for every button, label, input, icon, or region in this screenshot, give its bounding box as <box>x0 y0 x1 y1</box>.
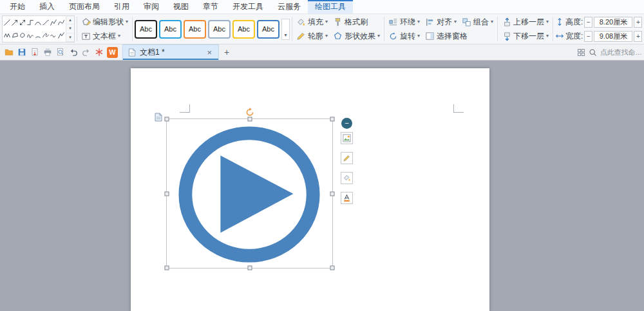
width-input[interactable] <box>594 31 632 42</box>
undo-button[interactable] <box>67 46 79 59</box>
edit-shape-icon <box>81 17 91 27</box>
tab-drawing-tools[interactable]: 绘图工具 <box>308 0 353 14</box>
object-anchor-icon[interactable] <box>155 113 162 122</box>
redo-button[interactable] <box>80 46 92 59</box>
format-painter-button[interactable]: 格式刷 <box>331 15 370 28</box>
open-file-button[interactable] <box>3 46 15 59</box>
arc-icon[interactable] <box>34 29 42 42</box>
send-backward-button[interactable]: 下移一层 ▾ <box>500 30 551 42</box>
wrap-button[interactable]: 环绕 ▾ <box>386 15 422 28</box>
gallery-more-button[interactable]: ▾ <box>66 33 74 42</box>
width-decrease-button[interactable]: − <box>584 31 592 42</box>
chevron-down-icon: ▾ <box>491 19 493 24</box>
height-increase-button[interactable]: + <box>634 17 642 28</box>
loop-icon[interactable] <box>42 29 50 42</box>
selection-handle[interactable] <box>330 266 335 270</box>
selection-handle[interactable] <box>165 191 169 196</box>
gallery-scroll-up-button[interactable]: ▴ <box>66 16 74 24</box>
tab-references[interactable]: 引用 <box>107 0 137 14</box>
close-tab-icon[interactable]: × <box>205 48 213 57</box>
menu-bar: 开始 插入 页面布局 引用 审阅 视图 章节 开发工具 云服务 绘图工具 <box>0 0 644 14</box>
quick-edit-points-button[interactable] <box>341 152 353 164</box>
document-tab[interactable]: 文档1 * × <box>122 44 219 60</box>
selection-handle[interactable] <box>330 117 335 122</box>
curve-icon[interactable] <box>34 16 42 29</box>
search-command-text[interactable]: 点此查找命... <box>600 48 641 57</box>
quick-style-button[interactable] <box>341 132 353 144</box>
align-button[interactable]: 对齐 ▾ <box>423 15 459 28</box>
selection-pane-button[interactable]: 选择窗格 <box>423 30 469 42</box>
print-preview-button[interactable] <box>54 46 66 59</box>
tab-home[interactable]: 开始 <box>3 0 32 14</box>
wave-icon[interactable] <box>50 29 57 42</box>
quick-fill-button[interactable] <box>341 172 353 184</box>
export-button[interactable] <box>28 46 41 59</box>
play-button-shape[interactable] <box>167 119 332 268</box>
shape-style-preset[interactable]: Abc <box>208 20 231 39</box>
shape-style-preset[interactable]: Abc <box>257 20 279 39</box>
new-tab-button[interactable]: + <box>220 45 234 59</box>
text-box-label: 文本框 <box>93 31 116 42</box>
fill-button[interactable]: 填充 ▾ <box>294 15 330 28</box>
align-label: 对齐 <box>437 17 452 28</box>
selection-handle[interactable] <box>330 191 335 196</box>
gallery-scroll-down-button[interactable]: ▾ <box>66 24 74 33</box>
tab-page-layout[interactable]: 页面布局 <box>62 0 107 14</box>
shape-style-preset[interactable]: Abc <box>135 20 157 39</box>
freeform-icon[interactable] <box>57 16 65 29</box>
zigzag-icon[interactable] <box>3 29 11 42</box>
width-increase-button[interactable]: + <box>634 31 642 42</box>
preset-more-button[interactable]: ▾ <box>281 19 290 40</box>
shape-style-preset[interactable]: Abc <box>159 20 182 39</box>
s-curve-icon[interactable] <box>42 16 50 29</box>
commands-grid-icon[interactable] <box>577 48 585 57</box>
collapse-toolbar-button[interactable]: − <box>341 118 352 129</box>
line-icon[interactable] <box>3 16 11 29</box>
rotation-handle[interactable] <box>245 108 254 117</box>
shape-effects-button[interactable]: 形状效果 ▾ <box>331 30 382 42</box>
elbow-icon[interactable] <box>26 16 34 29</box>
free-line-icon[interactable] <box>57 29 65 42</box>
selection-handle[interactable] <box>165 266 169 270</box>
height-input[interactable] <box>594 17 632 28</box>
print-button[interactable] <box>41 46 53 59</box>
closed-curve-icon[interactable] <box>19 29 26 42</box>
open-folder-icon <box>5 48 14 57</box>
wps-writer-icon[interactable]: W <box>107 47 118 58</box>
rotate-button[interactable]: 旋转 ▾ <box>386 30 422 42</box>
scribble-icon[interactable] <box>26 29 34 42</box>
align-icon <box>425 17 435 27</box>
closed-polygon-icon[interactable] <box>11 29 19 42</box>
drawing-tools-ribbon: ▴ ▾ ▾ 编辑形状 ▾ 文本框 ▾ Abc Abc Abc Abc <box>0 14 644 44</box>
shape-style-preset[interactable]: Abc <box>184 20 206 39</box>
quick-outline-button[interactable] <box>341 192 353 204</box>
printer-icon <box>43 48 52 57</box>
search-icon[interactable] <box>589 48 597 57</box>
tab-cloud-services[interactable]: 云服务 <box>270 0 308 14</box>
group-button[interactable]: 组合 ▾ <box>460 15 495 28</box>
red-asterisk-icon[interactable] <box>93 46 105 59</box>
double-arrow-icon[interactable] <box>19 16 26 29</box>
tab-review[interactable]: 审阅 <box>137 0 166 14</box>
tab-section[interactable]: 章节 <box>196 0 225 14</box>
bring-forward-button[interactable]: 上移一层 ▾ <box>500 15 551 28</box>
wps-writer-window: 开始 插入 页面布局 引用 审阅 视图 章节 开发工具 云服务 绘图工具 ▴ ▾… <box>0 0 644 311</box>
selection-handle[interactable] <box>247 266 252 270</box>
height-decrease-button[interactable]: − <box>584 17 592 28</box>
tab-view[interactable]: 视图 <box>166 0 196 14</box>
text-box-button[interactable]: 文本框 ▾ <box>79 30 130 42</box>
tab-insert[interactable]: 插入 <box>32 0 62 14</box>
chevron-down-icon: ▾ <box>546 19 549 24</box>
selection-handle[interactable] <box>165 117 169 122</box>
chevron-down-icon: ▾ <box>546 33 549 39</box>
format-painter-label: 格式刷 <box>345 17 368 28</box>
save-button[interactable] <box>15 46 28 59</box>
arrow-icon[interactable] <box>11 16 19 29</box>
polyline-icon[interactable] <box>50 16 57 29</box>
tab-developer-tools[interactable]: 开发工具 <box>225 0 270 14</box>
height-label: 高度: <box>565 17 583 28</box>
outline-button[interactable]: 轮廓 ▾ <box>294 30 330 42</box>
edit-shape-button[interactable]: 编辑形状 ▾ <box>79 15 130 28</box>
selection-handle[interactable] <box>247 117 252 122</box>
shape-style-preset[interactable]: Abc <box>232 20 255 39</box>
